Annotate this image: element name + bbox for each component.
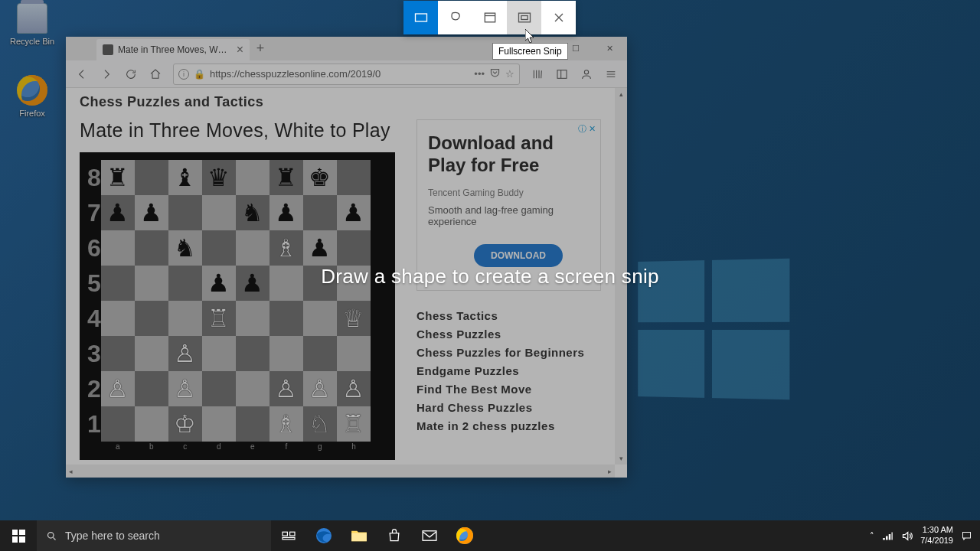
new-tab-button[interactable]: + (250, 37, 271, 60)
taskbar-store-icon[interactable] (377, 520, 412, 551)
taskbar-edge-icon[interactable] (306, 520, 341, 551)
snip-rectangular-button[interactable] (403, 1, 438, 34)
desktop-icon-firefox[interactable]: Firefox (5, 75, 60, 118)
board-square[interactable]: ♞ (236, 195, 270, 230)
board-square[interactable] (202, 336, 236, 371)
snip-freeform-button[interactable] (438, 1, 472, 34)
sidebar-button[interactable] (550, 63, 573, 86)
board-square[interactable]: ♙ (101, 371, 135, 406)
board-square[interactable]: ♟ (270, 195, 303, 230)
taskbar-search[interactable]: Type here to search (37, 520, 271, 551)
tray-notifications-icon[interactable] (961, 530, 972, 542)
board-square[interactable]: ♜ (101, 160, 135, 195)
board-square[interactable] (337, 336, 371, 371)
board-square[interactable]: ♗ (270, 230, 303, 266)
board-square[interactable] (135, 230, 168, 266)
board-square[interactable]: ♞ (168, 230, 202, 266)
taskbar-firefox-icon[interactable] (447, 520, 482, 551)
pocket-icon[interactable] (489, 67, 501, 81)
nav-home-button[interactable] (144, 63, 167, 86)
tab-close-icon[interactable]: × (237, 43, 243, 57)
board-square[interactable]: ♘ (303, 406, 337, 442)
board-square[interactable] (135, 371, 168, 406)
tray-chevron-icon[interactable]: ˄ (870, 531, 874, 541)
board-square[interactable]: ♙ (168, 336, 202, 371)
board-square[interactable]: ♖ (337, 406, 371, 442)
board-square[interactable] (202, 371, 236, 406)
page-actions-icon[interactable]: ••• (474, 68, 485, 80)
tray-clock[interactable]: 1:30 AM 7/4/2019 (920, 525, 953, 546)
board-square[interactable] (202, 195, 236, 230)
board-square[interactable]: ♙ (270, 371, 303, 406)
tag-link[interactable]: Chess Puzzles (416, 328, 601, 341)
chess-board[interactable]: 8♜♝♛♜♚7♟♟♞♟♟6♞♗♟5♟♟4♖♕3♙2♙♙♙♙♙1♔♗♘♖abcde… (80, 152, 395, 460)
tray-volume-icon[interactable] (901, 530, 913, 542)
board-square[interactable] (101, 230, 135, 266)
tag-link[interactable]: Chess Puzzles for Beginners (416, 346, 601, 359)
board-square[interactable] (303, 195, 337, 230)
board-square[interactable] (236, 371, 270, 406)
board-square[interactable] (168, 301, 202, 336)
board-square[interactable]: ♙ (168, 371, 202, 406)
board-square[interactable] (337, 230, 371, 266)
board-square[interactable] (168, 195, 202, 230)
board-square[interactable] (202, 406, 236, 442)
task-view-button[interactable] (271, 520, 306, 551)
nav-back-button[interactable] (70, 63, 93, 86)
start-button[interactable] (0, 520, 37, 551)
desktop-icon-recycle-bin[interactable]: Recycle Bin (5, 3, 60, 46)
board-square[interactable] (303, 301, 337, 336)
board-square[interactable] (135, 336, 168, 371)
account-button[interactable] (575, 63, 598, 86)
board-square[interactable]: ♛ (202, 160, 236, 195)
board-square[interactable]: ♗ (270, 406, 303, 442)
snip-close-button[interactable] (541, 1, 576, 34)
board-square[interactable] (270, 336, 303, 371)
board-square[interactable] (236, 336, 270, 371)
board-square[interactable] (135, 160, 168, 195)
board-square[interactable]: ♝ (168, 160, 202, 195)
board-square[interactable] (236, 230, 270, 266)
board-square[interactable] (236, 160, 270, 195)
board-square[interactable] (337, 160, 371, 195)
tag-link[interactable]: Find The Best Move (416, 383, 601, 396)
browser-tab[interactable]: Mate in Three Moves, White to × (96, 39, 250, 60)
tag-link[interactable]: Endgame Puzzles (416, 364, 601, 377)
snip-fullscreen-button[interactable] (507, 1, 541, 34)
nav-reload-button[interactable] (119, 63, 142, 86)
board-square[interactable] (135, 301, 168, 336)
tray-network-icon[interactable] (882, 530, 893, 542)
board-square[interactable]: ♙ (337, 371, 371, 406)
board-square[interactable]: ♟ (101, 195, 135, 230)
menu-button[interactable] (599, 63, 622, 86)
ad-info-icon[interactable]: ⓘ ✕ (578, 123, 596, 135)
board-square[interactable]: ♕ (337, 301, 371, 336)
bookmark-star-icon[interactable]: ☆ (505, 68, 514, 80)
board-square[interactable] (101, 301, 135, 336)
board-square[interactable] (270, 301, 303, 336)
tag-link[interactable]: Mate in 2 chess puzzles (416, 419, 601, 432)
snip-window-button[interactable] (472, 1, 507, 34)
window-close-button[interactable]: ✕ (593, 37, 627, 60)
tag-link[interactable]: Hard Chess Puzzles (416, 401, 601, 414)
taskbar-mail-icon[interactable] (412, 520, 447, 551)
board-square[interactable] (202, 230, 236, 266)
scrollbar-horizontal[interactable]: ◂▸ (66, 465, 615, 478)
board-square[interactable] (101, 336, 135, 371)
board-square[interactable] (236, 406, 270, 442)
tag-link[interactable]: Chess Tactics (416, 309, 601, 322)
ad-download-button[interactable]: DOWNLOAD (474, 244, 563, 267)
board-square[interactable] (236, 301, 270, 336)
board-square[interactable]: ♟ (303, 230, 337, 266)
board-square[interactable]: ♔ (168, 406, 202, 442)
taskbar-explorer-icon[interactable] (341, 520, 377, 551)
system-tray[interactable]: ˄ 1:30 AM 7/4/2019 (862, 520, 980, 551)
board-square[interactable]: ♚ (303, 160, 337, 195)
board-square[interactable]: ♟ (135, 195, 168, 230)
board-square[interactable] (101, 406, 135, 442)
board-square[interactable]: ♟ (337, 195, 371, 230)
nav-forward-button[interactable] (95, 63, 118, 86)
site-header[interactable]: Chess Puzzles and Tactics (66, 88, 615, 116)
board-square[interactable] (303, 336, 337, 371)
board-square[interactable] (135, 406, 168, 442)
